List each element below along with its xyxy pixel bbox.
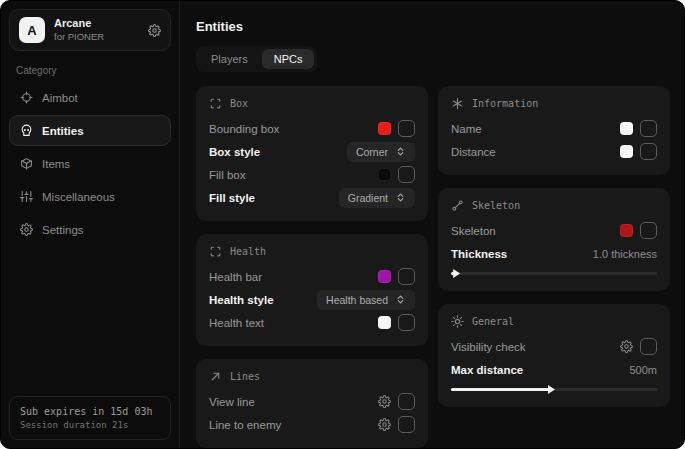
thickness-slider[interactable] xyxy=(451,269,657,279)
setting-label: Health bar xyxy=(209,271,262,283)
card-header: Skeleton xyxy=(451,199,657,212)
card-title: Box xyxy=(230,98,248,109)
sidebar-item-label: Miscellaneous xyxy=(42,191,115,203)
sidebar-item-items[interactable]: Items xyxy=(9,148,171,179)
card-header: Health xyxy=(209,245,415,258)
card-title: Skeleton xyxy=(472,200,520,211)
slider-value: 500m xyxy=(629,364,657,376)
fill-style-dropdown[interactable]: Gradient xyxy=(339,188,415,208)
setting-row: Health bar xyxy=(209,265,415,288)
box-3d-icon xyxy=(20,157,33,170)
slider-thumb[interactable] xyxy=(548,385,555,394)
slider-fill xyxy=(451,272,455,275)
sidebar-item-settings[interactable]: Settings xyxy=(9,214,171,245)
card-information: Information Name Distance xyxy=(438,86,670,175)
setting-row: Bounding box xyxy=(209,117,415,140)
card-title: Information xyxy=(472,98,538,109)
checkbox[interactable] xyxy=(640,338,657,355)
checkbox[interactable] xyxy=(398,416,415,433)
card-title: General xyxy=(472,316,514,327)
chevrons-up-down-icon xyxy=(395,192,406,203)
main-panel: Entities Players NPCs Box Bounding box xyxy=(180,1,684,448)
gear-icon[interactable] xyxy=(378,395,391,408)
gear-icon[interactable] xyxy=(620,340,633,353)
card-health: Health Health bar Health style Health ba… xyxy=(196,234,428,346)
checkbox[interactable] xyxy=(640,120,657,137)
color-swatch[interactable] xyxy=(620,145,633,158)
color-swatch[interactable] xyxy=(378,270,391,283)
setting-row: Fill style Gradient xyxy=(209,186,415,209)
checkbox[interactable] xyxy=(398,166,415,183)
card-title: Lines xyxy=(230,371,260,382)
checkbox[interactable] xyxy=(398,268,415,285)
entities-icon xyxy=(20,124,33,137)
color-swatch[interactable] xyxy=(620,122,633,135)
chevrons-up-down-icon xyxy=(395,146,406,157)
gear-icon[interactable] xyxy=(378,418,391,431)
setting-label: Skeleton xyxy=(451,225,496,237)
sub-expiry-text: Sub expires in 15d 03h xyxy=(20,404,160,419)
setting-label: Visibility check xyxy=(451,341,526,353)
dropdown-value: Gradient xyxy=(348,192,388,204)
gear-icon xyxy=(20,223,33,236)
tab-players[interactable]: Players xyxy=(199,49,260,69)
box-style-dropdown[interactable]: Corner xyxy=(347,142,415,162)
card-header: Box xyxy=(209,97,415,110)
checkbox[interactable] xyxy=(398,120,415,137)
brand-name: Arcane xyxy=(54,17,104,31)
gear-icon[interactable] xyxy=(148,24,161,37)
setting-label: View line xyxy=(209,396,255,408)
slider-fill xyxy=(451,388,550,391)
crosshair-icon xyxy=(20,91,33,104)
checkbox[interactable] xyxy=(640,222,657,239)
color-swatch[interactable] xyxy=(620,224,633,237)
card-title: Health xyxy=(230,246,266,257)
color-swatch[interactable] xyxy=(378,122,391,135)
setting-row: Name xyxy=(451,117,657,140)
setting-label: Health text xyxy=(209,317,264,329)
sidebar: A Arcane for PIONER Category Aimbot Enti… xyxy=(1,1,180,448)
setting-label: Bounding box xyxy=(209,123,279,135)
color-swatch[interactable] xyxy=(378,168,391,181)
brand-subtitle: for PIONER xyxy=(54,31,104,43)
color-swatch[interactable] xyxy=(378,316,391,329)
setting-label: Health style xyxy=(209,294,274,306)
dropdown-value: Corner xyxy=(356,146,388,158)
brand-logo: A xyxy=(19,17,45,43)
sidebar-item-entities[interactable]: Entities xyxy=(9,115,171,146)
sidebar-item-aimbot[interactable]: Aimbot xyxy=(9,82,171,113)
setting-row: Health text xyxy=(209,311,415,334)
setting-row: Thickness 1.0 thickness xyxy=(451,242,657,265)
health-style-dropdown[interactable]: Health based xyxy=(317,290,415,310)
setting-label: Distance xyxy=(451,146,496,158)
subscription-card: Sub expires in 15d 03h Session duration … xyxy=(9,396,171,440)
checkbox[interactable] xyxy=(640,143,657,160)
card-box: Box Bounding box Box style Corner xyxy=(196,86,428,221)
checkbox[interactable] xyxy=(398,314,415,331)
setting-label: Line to enemy xyxy=(209,419,281,431)
asterisk-icon xyxy=(451,97,464,110)
sidebar-item-miscellaneous[interactable]: Miscellaneous xyxy=(9,181,171,212)
setting-row: Health style Health based xyxy=(209,288,415,311)
tab-npcs[interactable]: NPCs xyxy=(262,49,315,69)
session-duration-text: Session duration 21s xyxy=(20,419,160,432)
setting-row: Skeleton xyxy=(451,219,657,242)
sidebar-item-label: Settings xyxy=(42,224,84,236)
slider-track[interactable] xyxy=(451,272,657,275)
setting-row: Visibility check xyxy=(451,335,657,358)
card-header: General xyxy=(451,315,657,328)
setting-label: Fill style xyxy=(209,192,255,204)
sidebar-item-label: Items xyxy=(42,158,70,170)
slider-thumb[interactable] xyxy=(453,269,460,278)
setting-row: Box style Corner xyxy=(209,140,415,163)
cards-grid: Box Bounding box Box style Corner xyxy=(196,86,670,448)
checkbox[interactable] xyxy=(398,393,415,410)
page-title: Entities xyxy=(196,19,670,34)
chevrons-up-down-icon xyxy=(395,294,406,305)
bone-icon xyxy=(451,199,464,212)
card-header: Lines xyxy=(209,370,415,383)
sun-icon xyxy=(451,315,464,328)
app-window: A Arcane for PIONER Category Aimbot Enti… xyxy=(0,0,685,449)
max-distance-slider[interactable] xyxy=(451,385,657,395)
setting-row: Line to enemy xyxy=(209,413,415,436)
